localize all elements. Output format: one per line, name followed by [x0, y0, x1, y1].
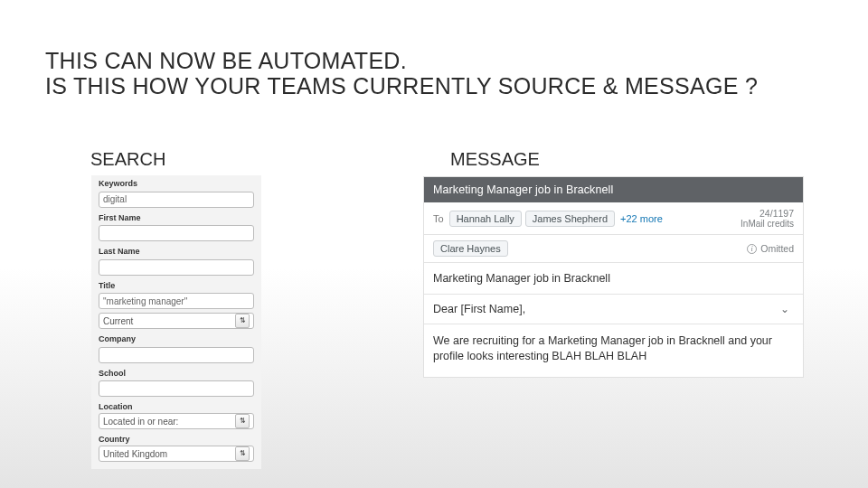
chevron-updown-icon: ⇅ [240, 450, 246, 457]
country-label: Country [99, 435, 254, 444]
info-icon: i [747, 244, 757, 254]
slide-heading: THIS CAN NOW BE AUTOMATED. IS THIS HOW Y… [45, 49, 758, 99]
heading-line-2: IS THIS HOW YOUR TEAMS CURRENTLY SOURCE … [45, 73, 758, 99]
recipient-chip[interactable]: Clare Haynes [433, 240, 508, 257]
lastname-label: Last Name [99, 247, 254, 256]
chevron-down-icon[interactable]: ⌄ [776, 303, 794, 315]
firstname-label: First Name [99, 213, 254, 222]
omitted-label: Omitted [760, 243, 794, 254]
location-label: Location [99, 402, 254, 411]
message-to-row: To Hannah Lally James Shepherd +22 more … [424, 202, 803, 235]
firstname-input[interactable] [99, 225, 254, 241]
to-label: To [433, 213, 444, 224]
chevron-updown-icon: ⇅ [240, 418, 246, 425]
school-input[interactable] [99, 380, 254, 397]
chevron-updown-icon: ⇅ [240, 317, 246, 324]
message-panel: Marketing Manager job in Bracknell To Ha… [424, 177, 803, 377]
company-input[interactable] [99, 347, 254, 363]
credits-label: InMail credits [741, 219, 794, 230]
message-subject[interactable]: Marketing Manager job in Bracknell [424, 263, 803, 295]
search-panel: Keywords First Name Last Name Title Curr… [91, 175, 261, 469]
omitted-indicator[interactable]: i Omitted [747, 243, 794, 254]
message-header: Marketing Manager job in Bracknell [424, 177, 803, 202]
title-scope-value: Current [103, 316, 133, 326]
message-greeting-row: Dear [First Name], ⌄ [424, 295, 803, 324]
company-label: Company [99, 334, 254, 343]
column-label-search: SEARCH [90, 149, 165, 170]
title-label: Title [99, 281, 254, 290]
country-value: United Kingdom [103, 449, 167, 459]
inmail-credits: 24/1197 InMail credits [741, 208, 794, 230]
recipient-chip[interactable]: Hannah Lally [449, 211, 522, 227]
recipient-chip[interactable]: James Shepherd [525, 211, 615, 227]
location-value: Located in or near: [103, 417, 178, 427]
column-label-message: MESSAGE [450, 149, 540, 170]
school-label: School [99, 369, 254, 378]
message-greeting[interactable]: Dear [First Name], [433, 303, 525, 315]
message-body[interactable]: We are recruiting for a Marketing Manage… [424, 324, 803, 377]
more-recipients-link[interactable]: +22 more [620, 213, 663, 224]
title-scope-select[interactable]: Current ⇅ [99, 313, 254, 329]
keywords-input[interactable] [99, 192, 254, 208]
heading-line-1: THIS CAN NOW BE AUTOMATED. [45, 48, 407, 73]
lastname-input[interactable] [99, 259, 254, 276]
title-input[interactable] [99, 293, 254, 309]
country-select[interactable]: United Kingdom ⇅ [99, 446, 254, 462]
message-secondary-row: Clare Haynes i Omitted [424, 235, 803, 263]
credits-count: 24/1197 [741, 208, 794, 219]
location-select[interactable]: Located in or near: ⇅ [99, 413, 254, 429]
keywords-label: Keywords [99, 179, 254, 188]
